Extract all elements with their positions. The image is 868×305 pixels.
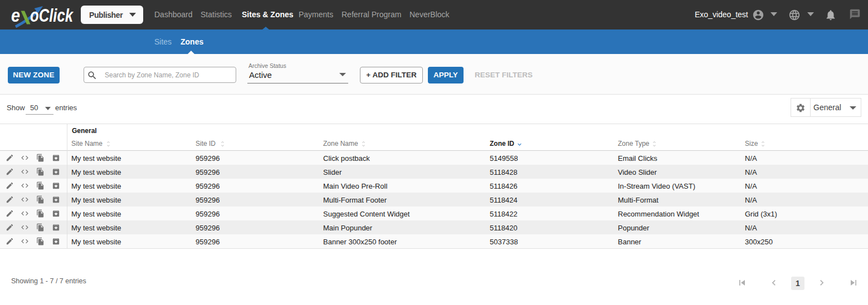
svg-text:oClick: oClick xyxy=(30,5,74,26)
svg-text:e: e xyxy=(11,5,20,26)
